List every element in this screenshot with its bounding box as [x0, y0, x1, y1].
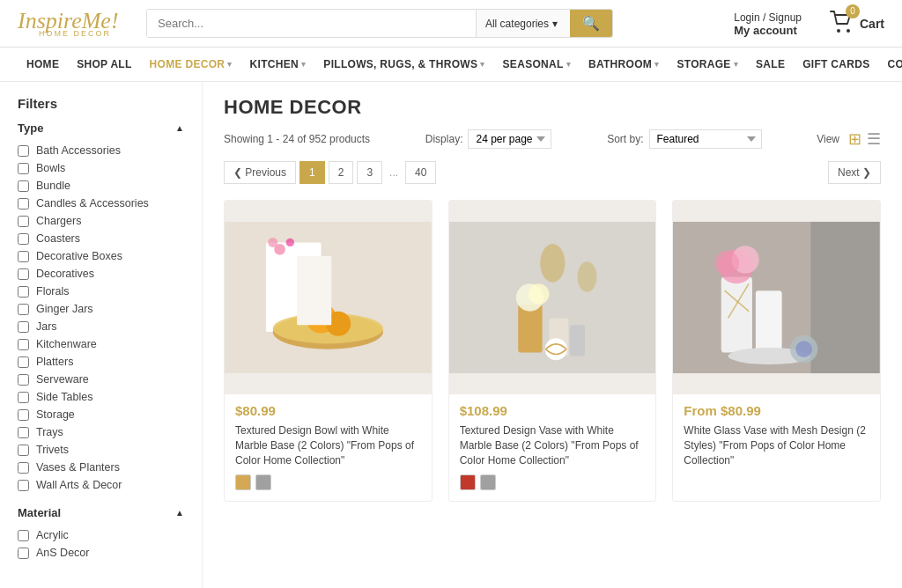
page-3-button[interactable]: 3 [357, 161, 382, 184]
nav-sale[interactable]: SALE [747, 48, 794, 81]
per-page-select[interactable]: 24 per page 48 per page 96 per page [468, 129, 551, 149]
nav-gift-cards[interactable]: GIFT CARDS [794, 48, 878, 81]
page-40-button[interactable]: 40 [405, 161, 436, 184]
filter-item[interactable]: Trivets [18, 441, 184, 459]
chevron-icon: ▾ [654, 60, 659, 69]
search-button[interactable]: 🔍 [570, 10, 612, 37]
filter-item[interactable]: Side Tables [18, 388, 184, 406]
cart-icon-wrap: 0 [830, 10, 854, 37]
filter-checkbox[interactable] [18, 374, 29, 386]
filter-checkbox[interactable] [18, 268, 29, 280]
category-select[interactable]: All categories ▾ [476, 10, 570, 37]
filter-item[interactable]: Decoratives [18, 265, 184, 283]
list-view-icon[interactable]: ☰ [867, 129, 881, 149]
filter-checkbox[interactable] [18, 251, 29, 262]
filter-checkbox[interactable] [18, 233, 29, 245]
search-input[interactable] [147, 10, 476, 37]
filter-item[interactable]: Trays [18, 423, 184, 441]
nav-bathroom[interactable]: BATHROOM ▾ [580, 48, 668, 81]
filter-item[interactable]: Decorative Boxes [18, 247, 184, 265]
filter-label: Decorative Boxes [36, 250, 122, 262]
filter-checkbox[interactable] [18, 216, 29, 227]
next-page-button[interactable]: Next ❯ [828, 161, 881, 184]
nav-storage[interactable]: STORAGE ▾ [668, 48, 747, 81]
nav-collaborations[interactable]: COLLABORATIONS [879, 48, 902, 81]
svg-rect-23 [721, 277, 752, 353]
page-1-button[interactable]: 1 [299, 161, 325, 184]
grid-view-icon[interactable]: ⊞ [848, 129, 861, 149]
login-link[interactable]: Login / Signup [734, 11, 802, 24]
filter-checkbox[interactable] [18, 392, 29, 403]
page-dots: ... [386, 162, 402, 183]
filter-checkbox[interactable] [18, 145, 29, 157]
nav-seasonal[interactable]: SEASONAL ▾ [494, 48, 580, 81]
filter-checkbox[interactable] [18, 409, 29, 421]
chevron-icon: ▾ [734, 60, 738, 69]
filter-item[interactable]: Jars [18, 318, 184, 335]
material-filter-header[interactable]: Material ▲ [18, 506, 184, 519]
product-card[interactable]: From $80.99 White Glass Vase with Mesh D… [672, 200, 881, 502]
nav-shop-all[interactable]: SHOP ALL [68, 48, 140, 81]
nav-kitchen[interactable]: KITCHEN ▾ [241, 48, 315, 81]
color-swatch[interactable] [255, 474, 271, 490]
page-2-button[interactable]: 2 [329, 161, 354, 184]
svg-point-11 [268, 238, 277, 247]
filter-item[interactable]: Vases & Planters [18, 459, 184, 476]
filter-item[interactable]: Florals [18, 283, 184, 300]
filter-checkbox[interactable] [18, 530, 29, 541]
filter-item[interactable]: Bath Accessories [18, 142, 184, 159]
filter-item[interactable]: Bowls [18, 159, 184, 177]
filter-checkbox[interactable] [18, 339, 29, 350]
color-swatch[interactable] [460, 474, 476, 490]
filter-checkbox[interactable] [18, 286, 29, 298]
filter-item[interactable]: Storage [18, 406, 184, 423]
product-card[interactable]: $80.99 Textured Design Bowl with White M… [224, 200, 433, 502]
filter-item[interactable]: Kitchenware [18, 335, 184, 353]
nav-home-decor[interactable]: HOME DECOR ▾ [141, 48, 241, 81]
nav-home[interactable]: HOME [18, 48, 68, 81]
filter-checkbox[interactable] [18, 445, 29, 456]
filter-item[interactable]: Serveware [18, 371, 184, 388]
filter-checkbox[interactable] [18, 356, 29, 368]
type-filter-header[interactable]: Type ▲ [18, 121, 184, 135]
cart-label: Cart [860, 17, 884, 31]
filter-item[interactable]: Coasters [18, 230, 184, 247]
filter-item[interactable]: Candles & Accessories [18, 195, 184, 212]
site-header: InspireMe! HOME DECOR All categories ▾ 🔍… [0, 0, 902, 48]
product-card[interactable]: $108.99 Textured Design Vase with White … [448, 200, 657, 502]
filter-item[interactable]: Acrylic [18, 526, 184, 544]
sort-select[interactable]: Featured Price: Low to High Price: High … [649, 129, 762, 149]
my-account-link[interactable]: My account [734, 24, 802, 37]
login-signup-area[interactable]: Login / Signup My account [734, 11, 802, 37]
chevron-icon: ▾ [301, 60, 306, 69]
material-label: Material [18, 506, 61, 519]
prev-page-button[interactable]: ❮ Previous [224, 161, 296, 184]
product-price: $80.99 [235, 403, 421, 418]
filter-checkbox[interactable] [18, 480, 29, 491]
filter-item[interactable]: Chargers [18, 212, 184, 230]
filter-item[interactable]: Ginger Jars [18, 300, 184, 318]
filter-item[interactable]: Bundle [18, 177, 184, 195]
filter-checkbox[interactable] [18, 304, 29, 315]
filter-checkbox[interactable] [18, 462, 29, 474]
color-swatch[interactable] [480, 474, 496, 490]
type-label: Type [18, 121, 43, 135]
filter-item[interactable]: Wall Arts & Decor [18, 476, 184, 494]
color-swatch[interactable] [235, 474, 251, 490]
filter-item[interactable]: Platters [18, 353, 184, 371]
filter-checkbox[interactable] [18, 548, 29, 559]
filter-item[interactable]: AnS Decor [18, 544, 184, 562]
filter-checkbox[interactable] [18, 163, 29, 174]
results-count: Showing 1 - 24 of 952 products [224, 133, 370, 145]
logo[interactable]: InspireMe! HOME DECOR [18, 10, 132, 38]
filter-checkbox[interactable] [18, 321, 29, 333]
filter-checkbox[interactable] [18, 198, 29, 209]
filter-checkbox[interactable] [18, 427, 29, 438]
filter-label: Florals [36, 285, 70, 298]
filter-checkbox[interactable] [18, 180, 29, 192]
product-image [673, 201, 880, 394]
sort-area: Sort by: Featured Price: Low to High Pri… [607, 129, 761, 149]
product-price: $108.99 [460, 403, 646, 418]
cart-area[interactable]: 0 Cart [830, 10, 884, 37]
nav-pillows[interactable]: PILLOWS, RUGS, & THROWS ▾ [314, 48, 493, 81]
